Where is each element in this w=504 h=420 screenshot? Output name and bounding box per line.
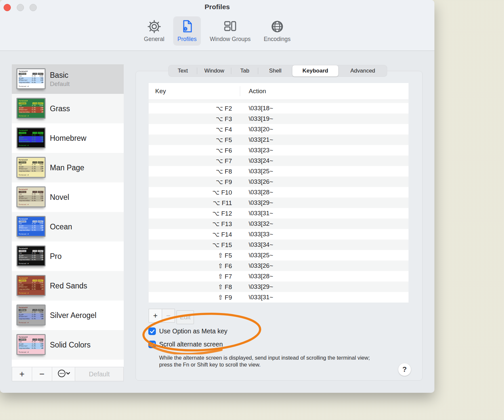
profile-list-item-pro[interactable]: Terminal# COMMAND %CPU RPRVT top4.1%231K… [12, 242, 124, 271]
tab-keyboard[interactable]: Keyboard [292, 65, 338, 76]
profile-list-item-ocean[interactable]: Terminal# COMMAND %CPU RPRVT top4.1%231K… [12, 212, 124, 242]
default-profile-button[interactable]: Default [75, 367, 123, 381]
add-profile-button[interactable]: + [12, 367, 32, 381]
toolbar-label: Profiles [178, 36, 197, 43]
toolbar-item-window-groups[interactable]: Window Groups [205, 16, 255, 46]
key-binding-row[interactable]: ⇧ F6 \033[26~ [149, 261, 409, 271]
checkbox-checked-icon[interactable] [148, 341, 156, 348]
action-cell: \033[31~ [240, 210, 273, 217]
use-option-as-meta-checkbox-row[interactable]: Use Option as Meta key [148, 327, 227, 335]
profile-list-item-novel[interactable]: Terminal# COMMAND %CPU RPRVT top4.1%231K… [12, 182, 124, 212]
key-binding-row[interactable]: ⌥ F6 \033[23~ [149, 145, 409, 156]
tab-tab[interactable]: Tab [231, 65, 258, 77]
key-cell: ⇧ F6 [149, 262, 240, 270]
profile-name: Solid Colors [50, 341, 91, 349]
profile-thumbnail: Terminal# COMMAND %CPU RPRVT top4.1%231K… [16, 275, 46, 296]
key-binding-row[interactable]: ⌥ F12 \033[31~ [149, 208, 409, 219]
key-cell: ⌥ F5 [149, 136, 240, 144]
column-header-key[interactable]: Key [149, 88, 240, 95]
scroll-alternate-screen-checkbox-row[interactable]: Scroll alternate screen [148, 341, 223, 348]
key-binding-row[interactable]: ⇧ F7 \033[28~ [149, 271, 409, 282]
add-key-button[interactable]: + [149, 309, 162, 323]
table-header: Key Action [149, 83, 409, 100]
terminal-preview: Terminal# COMMAND %CPU RPRVT top4.1%231K… [17, 158, 45, 177]
key-binding-row[interactable]: ⌥ F2 \033[18~ [149, 103, 409, 114]
key-cell: ⇧ F5 [149, 252, 240, 259]
terminal-preview: Terminal# COMMAND %CPU RPRVT top4.1%231K… [17, 69, 45, 88]
checkbox-label: Use Option as Meta key [159, 327, 227, 335]
ellipsis-circle-icon [57, 368, 70, 380]
profile-name: Grass [50, 104, 70, 113]
tab-advanced[interactable]: Advanced [338, 65, 387, 77]
key-binding-row[interactable]: ⌥ F5 \033[21~ [149, 135, 409, 145]
key-cell: ⌥ F9 [149, 178, 240, 186]
profile-list-item-homebrew[interactable]: Terminal# COMMAND %CPU RPRVT top4.1%231K… [12, 123, 124, 153]
toolbar-item-general[interactable]: General [140, 16, 169, 46]
action-cell: \033[28~ [240, 189, 273, 196]
profile-thumbnail: Terminal# COMMAND %CPU RPRVT top4.1%231K… [16, 334, 46, 355]
key-cell: ⌥ F6 [149, 147, 240, 154]
profile-thumbnail: Terminal# COMMAND %CPU RPRVT top4.1%231K… [16, 216, 46, 237]
action-cell: \033[21~ [240, 136, 273, 143]
column-header-action[interactable]: Action [240, 88, 266, 95]
key-binding-row[interactable]: ⌥ F13 \033[32~ [149, 219, 409, 229]
terminal-preview: Terminal# COMMAND %CPU RPRVT top4.1%231K… [17, 246, 45, 265]
edit-key-button[interactable]: Edit [177, 310, 194, 324]
key-binding-row[interactable]: ⌥ F15 \033[34~ [149, 240, 409, 250]
tab-text[interactable]: Text [168, 65, 197, 77]
gear-icon [147, 19, 162, 34]
alternate-screen-help-text: While the alternate screen is displayed,… [159, 354, 380, 368]
key-binding-row[interactable]: ⌥ F7 \033[24~ [149, 156, 409, 166]
key-binding-row[interactable]: ⇧ F5 \033[25~ [149, 250, 409, 261]
key-cell: ⌥ F7 [149, 157, 240, 165]
toolbar-item-encodings[interactable]: Encodings [260, 16, 295, 46]
profile-actions-menu-button[interactable] [52, 367, 75, 381]
profile-name: Ocean [50, 222, 72, 231]
key-binding-row[interactable]: ⌥ F9 \033[26~ [149, 177, 409, 187]
action-cell: \033[29~ [240, 283, 273, 290]
checkbox-checked-icon[interactable] [148, 327, 156, 335]
terminal-preview: Terminal# COMMAND %CPU RPRVT top4.1%231K… [17, 99, 45, 118]
profile-thumbnail: Terminal# COMMAND %CPU RPRVT top4.1%231K… [16, 98, 46, 119]
tab-window[interactable]: Window [197, 65, 231, 77]
profile-list-item-silver-aerogel[interactable]: Terminal# COMMAND %CPU RPRVT top4.1%231K… [12, 301, 124, 330]
action-cell: \033[20~ [240, 126, 273, 133]
profile-name: Man Page [50, 163, 84, 172]
key-binding-row[interactable]: ⇧ F8 \033[29~ [149, 282, 409, 292]
profile-thumbnail: Terminal# COMMAND %CPU RPRVT top4.1%231K… [16, 245, 46, 266]
key-binding-row[interactable]: ⌥ F3 \033[19~ [149, 114, 409, 124]
key-binding-row[interactable]: ⌥ F11 \033[29~ [149, 198, 409, 208]
window-title: Profiles [0, 3, 434, 11]
key-binding-row[interactable]: ⌥ F4 \033[20~ [149, 124, 409, 135]
action-cell: \033[31~ [240, 294, 273, 301]
profile-list-item-man-page[interactable]: Terminal# COMMAND %CPU RPRVT top4.1%231K… [12, 153, 124, 182]
action-cell: \033[26~ [240, 262, 273, 269]
action-cell: \033[34~ [240, 241, 273, 248]
action-cell: \033[33~ [240, 231, 273, 238]
profile-list-item-solid-colors[interactable]: Terminal# COMMAND %CPU RPRVT top4.1%231K… [12, 330, 124, 360]
profile-list-item-grass[interactable]: Terminal# COMMAND %CPU RPRVT top4.1%231K… [12, 94, 124, 123]
remove-profile-button[interactable]: − [32, 367, 52, 381]
key-binding-row[interactable]: ⌥ F10 \033[28~ [149, 187, 409, 198]
key-binding-row[interactable]: ⇧ F9 \033[31~ [149, 292, 409, 303]
help-button[interactable]: ? [398, 363, 411, 376]
action-cell: \033[25~ [240, 252, 273, 259]
key-cell: ⇧ F9 [149, 294, 240, 301]
key-cell: ⌥ F14 [149, 231, 240, 238]
terminal-preview: Terminal# COMMAND %CPU RPRVT top4.1%231K… [17, 276, 45, 295]
key-cell: ⌥ F10 [149, 189, 240, 196]
key-binding-row[interactable]: ⌥ F8 \033[25~ [149, 166, 409, 177]
profile-list-item-basic[interactable]: Terminal# COMMAND %CPU RPRVT top4.1%231K… [12, 64, 124, 94]
key-cell: ⌥ F3 [149, 115, 240, 123]
key-binding-row[interactable]: ⌥ F14 \033[33~ [149, 229, 409, 240]
key-cell: ⌥ F12 [149, 210, 240, 217]
preferences-window: Profiles General [0, 0, 434, 393]
action-cell: \033[32~ [240, 220, 273, 227]
remove-key-button[interactable]: − [162, 309, 175, 323]
profile-thumbnail: Terminal# COMMAND %CPU RPRVT top4.1%231K… [16, 304, 46, 326]
action-cell: \033[26~ [240, 178, 273, 185]
profile-list-item-red-sands[interactable]: Terminal# COMMAND %CPU RPRVT top4.1%231K… [12, 271, 124, 301]
key-cell: ⌥ F8 [149, 168, 240, 175]
tab-shell[interactable]: Shell [258, 65, 292, 77]
toolbar-item-profiles[interactable]: Profiles [173, 16, 201, 46]
